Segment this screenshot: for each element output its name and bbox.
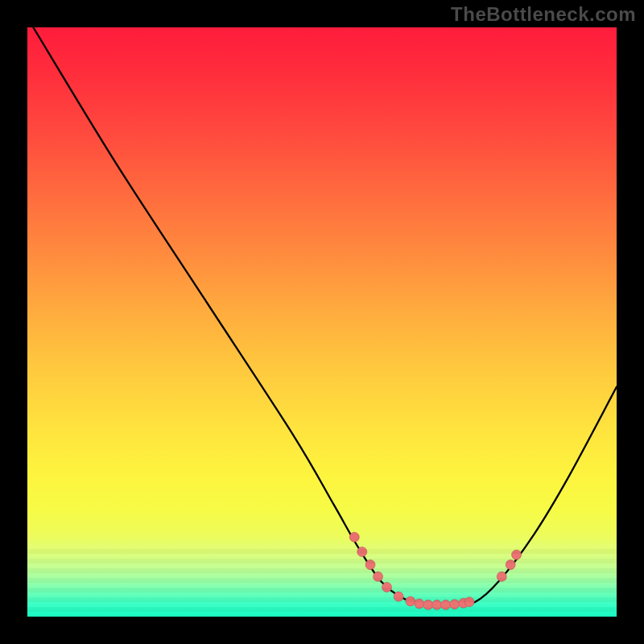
curve-marker xyxy=(506,560,515,570)
curve-marker xyxy=(441,600,451,609)
curve-layer xyxy=(27,27,617,617)
curve-marker xyxy=(374,572,383,581)
curve-marker xyxy=(365,560,375,570)
curve-marker xyxy=(382,582,392,592)
curve-marker xyxy=(394,592,403,601)
curve-marker xyxy=(464,597,474,607)
curve-marker xyxy=(512,550,522,559)
chart-frame: TheBottleneck.com xyxy=(0,0,644,644)
curve-marker xyxy=(450,600,460,609)
curve-marker xyxy=(357,547,367,556)
curve-marker xyxy=(349,532,359,542)
curve-marker xyxy=(406,597,415,606)
curve-marker xyxy=(432,600,442,609)
bottleneck-curve xyxy=(33,27,617,605)
curve-marker xyxy=(497,572,506,581)
curve-marker xyxy=(423,600,433,609)
curve-marker xyxy=(415,599,424,609)
watermark-text: TheBottleneck.com xyxy=(451,3,636,26)
plot-area xyxy=(27,27,617,617)
curve-markers xyxy=(349,532,521,609)
